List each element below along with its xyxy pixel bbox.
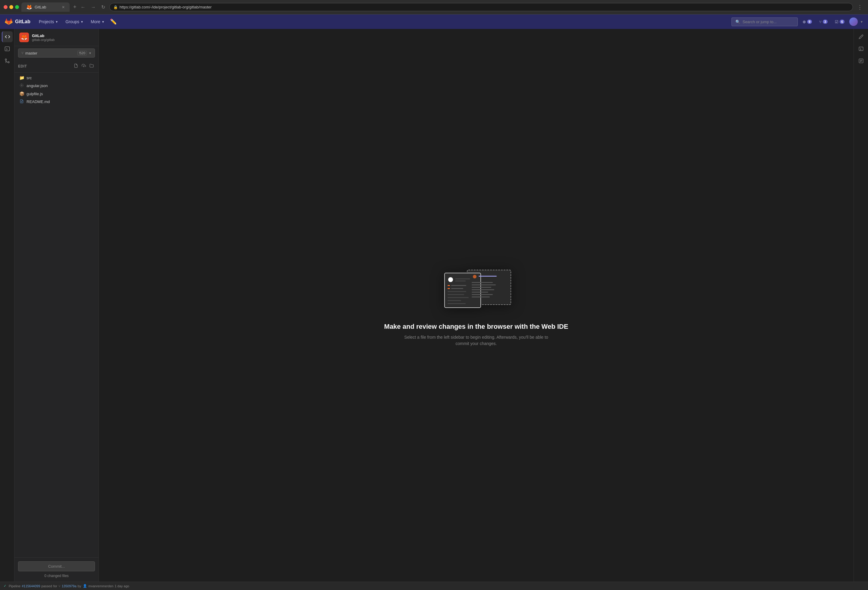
svg-point-21	[473, 275, 477, 279]
tab-favicon: 🦊	[26, 4, 32, 10]
svg-rect-28	[472, 294, 493, 295]
pipeline-number-link[interactable]: #115644099	[22, 584, 40, 588]
changed-files-count: 0 changed files	[18, 574, 95, 578]
browser-navigation: ← → ↻	[79, 3, 107, 11]
gitlab-navbar: GitLab Projects ▼ Groups ▼ More ▼ ✏️ 🔍 S…	[0, 15, 868, 29]
close-window-button[interactable]	[4, 5, 7, 9]
gitlab-logo-text: GitLab	[15, 19, 31, 24]
sidebar-code-icon[interactable]	[2, 31, 13, 42]
maximize-window-button[interactable]	[15, 5, 19, 9]
folder-icon: 📁	[19, 75, 24, 80]
svg-rect-24	[472, 285, 496, 285]
back-button[interactable]: ←	[79, 3, 87, 11]
svg-rect-14	[447, 288, 450, 289]
avatar-chevron-icon: ▼	[860, 20, 863, 24]
js-file-icon: 📦	[19, 91, 24, 96]
pipeline-status-text: passed	[41, 584, 52, 588]
branch-button[interactable]: ⑂ master !520 ▼	[18, 49, 95, 58]
commit-button[interactable]: Commit...	[18, 561, 95, 571]
merge-request-icon: ⑂	[819, 19, 822, 24]
sidebar-git-icon[interactable]	[2, 55, 13, 66]
svg-rect-19	[447, 300, 461, 301]
svg-rect-16	[447, 291, 466, 292]
project-name: GitLab	[32, 34, 55, 38]
file-tree: 📁 src angular.json 📦 gulpfile.js	[15, 72, 99, 558]
search-box[interactable]: 🔍 Search or jump to...	[731, 18, 798, 26]
file-item-gulpfile[interactable]: 📦 gulpfile.js	[15, 90, 99, 97]
file-item-readme[interactable]: README.md	[15, 97, 99, 106]
svg-rect-30	[859, 47, 863, 51]
nav-projects[interactable]: Projects ▼	[35, 15, 62, 29]
more-chevron-icon: ▼	[102, 20, 105, 24]
file-item-angular[interactable]: angular.json	[15, 82, 99, 90]
project-details: GitLab gitlab-org/gitlab	[32, 34, 55, 41]
checkbox-icon: ☑	[835, 19, 838, 24]
svg-rect-29	[472, 296, 490, 297]
svg-rect-23	[472, 282, 493, 283]
project-path: gitlab-org/gitlab	[32, 38, 55, 41]
address-bar[interactable]: 🔒 https://gitlab.com/-/ide/project/gitla…	[109, 3, 853, 11]
edit-label: Edit	[18, 64, 27, 68]
tab-close-button[interactable]: ✕	[62, 5, 65, 9]
nav-more[interactable]: More ▼	[87, 15, 108, 29]
svg-point-9	[448, 277, 453, 282]
merge-requests-button[interactable]: ⑂ 3	[817, 18, 830, 26]
svg-rect-25	[472, 287, 491, 288]
right-panel-button-3[interactable]	[856, 55, 867, 66]
browser-menu-button[interactable]: ⋮	[855, 3, 864, 12]
svg-rect-0	[5, 47, 9, 51]
svg-rect-18	[447, 297, 469, 298]
commit-hash-link[interactable]: 1350979a	[62, 584, 77, 588]
new-folder-button[interactable]	[88, 62, 95, 70]
right-sidebar	[853, 29, 868, 581]
forward-button[interactable]: →	[89, 3, 97, 11]
search-placeholder: Search or jump to...	[743, 19, 776, 24]
pipeline-for-text: for	[53, 584, 57, 588]
new-badge: 9	[807, 19, 812, 24]
right-panel-button-2[interactable]	[856, 43, 867, 54]
welcome-title: Make and review changes in the browser w…	[384, 323, 568, 330]
branch-ref-icon: ⑂	[59, 584, 61, 588]
minimize-window-button[interactable]	[9, 5, 13, 9]
config-file-icon	[19, 83, 24, 88]
pipeline-author: mvanremmerden	[88, 584, 113, 588]
nav-actions: 🔍 Search or jump to... ⊕ 9 ⑂ 3 ☑ 6 ▼	[731, 18, 863, 26]
welcome-illustration	[440, 264, 512, 313]
svg-rect-17	[447, 294, 464, 295]
new-item-button[interactable]: ⊕ 9	[800, 18, 814, 26]
sidebar-terminal-icon[interactable]	[2, 43, 13, 54]
todos-button[interactable]: ☑ 6	[833, 18, 847, 26]
groups-chevron-icon: ▼	[80, 20, 84, 24]
branch-chevron-icon: ▼	[89, 52, 92, 55]
new-tab-button[interactable]: +	[73, 4, 77, 10]
refresh-button[interactable]: ↻	[99, 3, 107, 11]
todo-badge: 6	[840, 19, 844, 24]
plus-icon: ⊕	[803, 19, 806, 24]
branch-name: master	[25, 51, 76, 55]
url-text: https://gitlab.com/-/ide/project/gitlab-…	[120, 5, 212, 9]
svg-point-1	[8, 62, 9, 63]
branch-selector: ⑂ master !520 ▼	[18, 49, 95, 58]
pipeline-label: Pipeline	[9, 584, 21, 588]
upload-file-button[interactable]	[80, 62, 87, 70]
user-avatar[interactable]	[849, 18, 858, 26]
editor-area: Make and review changes in the browser w…	[99, 29, 853, 581]
project-avatar: 🦊	[19, 32, 29, 42]
sidebar-icons	[0, 29, 15, 581]
browser-tab[interactable]: 🦊 GitLab ✕	[21, 2, 69, 12]
svg-rect-26	[472, 289, 494, 290]
edit-actions	[72, 62, 95, 70]
right-panel-button-1[interactable]	[856, 31, 867, 42]
edit-section: Edit	[15, 60, 99, 72]
mr-badge: 3	[823, 19, 828, 24]
pipeline-status-icon: ✓	[4, 584, 6, 588]
file-item-src[interactable]: 📁 src	[15, 74, 99, 82]
projects-chevron-icon: ▼	[55, 20, 58, 24]
new-file-button[interactable]	[72, 62, 79, 70]
svg-point-2	[5, 59, 7, 60]
gitlab-logo[interactable]: GitLab	[5, 18, 31, 25]
nav-groups[interactable]: Groups ▼	[62, 15, 87, 29]
pen-icon[interactable]: ✏️	[108, 16, 118, 27]
svg-point-4	[21, 85, 22, 86]
svg-rect-27	[472, 292, 488, 293]
